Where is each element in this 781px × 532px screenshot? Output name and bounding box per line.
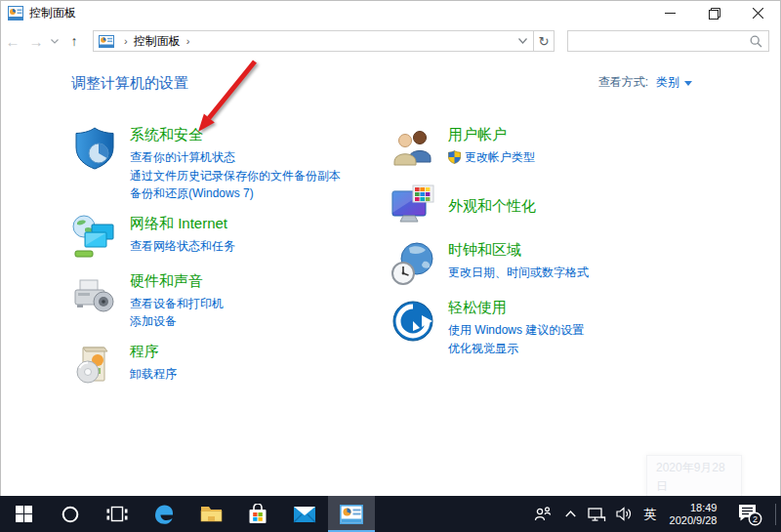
category-clock-region: 时钟和区域 更改日期、时间或数字格式 [390,240,712,287]
clock[interactable]: 18:49 2020/9/28 [663,496,723,532]
two-users-icon[interactable] [390,125,436,172]
control-panel-icon [340,505,363,524]
notification-badge: 2 [753,514,758,524]
link-change-account-type[interactable]: 更改帐户类型 [448,148,535,167]
category-hardware-sound: 硬件和声音 查看设备和打印机 添加设备 [71,271,390,331]
tray-time: 18:49 [670,502,718,514]
link-change-account-type-label: 更改帐户类型 [465,148,535,167]
file-explorer-button[interactable] [187,496,234,532]
back-button[interactable]: ← [1,34,24,49]
printer-speaker-icon[interactable] [71,271,118,318]
system-tray: 英 18:49 2020/9/28 2 [528,496,781,532]
link-file-history-backup[interactable]: 通过文件历史记录保存你的文件备份副本 [130,167,341,185]
category-programs: 程序 卸载程序 [71,342,390,389]
category-title-ease-of-access[interactable]: 轻松使用 [448,299,507,317]
address-bar[interactable]: › 控制面板 › [93,30,534,52]
category-title-programs[interactable]: 程序 [130,343,159,361]
content-header: 调整计算机的设置 查看方式: 类别 [71,74,780,93]
taskbar-control-panel-button[interactable] [328,496,375,532]
show-desktop-button[interactable] [775,504,776,525]
cortana-button[interactable] [47,496,94,532]
close-icon [753,8,763,19]
link-view-network-status[interactable]: 查看网络状态和任务 [130,237,235,256]
date-tooltip: 2020年9月28日 星期一 [646,455,742,497]
link-change-date-time-format[interactable]: 更改日期、时间或数字格式 [448,264,589,282]
navigation-bar: ← → ↑ › 控制面板 › [1,25,780,57]
uac-shield-icon [448,150,461,164]
address-dropdown-button[interactable] [514,31,531,51]
people-button[interactable] [528,496,557,532]
category-columns: 系统和安全 查看你的计算机状态 通过文件历史记录保存你的文件备份副本 备份和还原… [71,125,780,399]
breadcrumb-chevron-icon[interactable]: › [186,35,190,47]
search-box[interactable] [567,30,769,52]
task-view-icon [106,506,128,522]
left-column: 系统和安全 查看你的计算机状态 通过文件历史记录保存你的文件备份副本 备份和还原… [71,125,390,399]
windows-logo-icon [16,506,32,522]
link-add-device[interactable]: 添加设备 [130,312,224,331]
breadcrumb-location[interactable]: 控制面板 [134,33,181,50]
dropdown-triangle-icon [684,81,692,86]
category-title-appearance[interactable]: 外观和个性化 [448,197,536,216]
forward-button[interactable]: → [24,34,48,49]
mail-button[interactable] [281,496,328,532]
control-panel-home: 调整计算机的设置 查看方式: 类别 [1,57,780,399]
chevron-up-icon [565,511,576,517]
globe-clock-icon[interactable] [390,240,436,287]
right-column: 用户帐户 更改帐户类型 [390,125,712,399]
monitor-palette-icon[interactable] [390,183,436,229]
link-optimize-visual-display[interactable]: 优化视觉显示 [448,340,584,358]
link-backup-restore-win7[interactable]: 备份和还原(Windows 7) [130,184,341,203]
view-by-dropdown[interactable]: 类别 [656,74,692,91]
refresh-button[interactable]: ↻ [534,30,555,52]
view-by-label: 查看方式: [598,74,648,91]
view-by-value: 类别 [656,74,679,91]
category-title-hardware-sound[interactable]: 硬件和声音 [130,272,203,291]
control-panel-icon [99,35,114,48]
action-center-icon: 2 [737,503,762,526]
link-view-devices-printers[interactable]: 查看设备和打印机 [130,295,224,313]
control-panel-window: 控制面板 [0,0,781,496]
shield-pie-icon[interactable] [71,125,118,172]
volume-button[interactable] [610,496,637,532]
taskbar: 英 18:49 2020/9/28 2 [0,496,781,532]
minimize-button[interactable] [648,1,692,25]
breadcrumb-chevron-icon[interactable]: › [124,35,128,47]
start-button[interactable] [0,496,47,532]
search-icon[interactable] [750,35,762,48]
store-icon [247,504,268,525]
language-indicator[interactable]: 英 [637,496,663,532]
software-box-cd-icon[interactable] [71,342,118,389]
minimize-icon [665,8,676,19]
maximize-button[interactable] [692,1,736,25]
up-button[interactable]: ↑ [62,34,87,48]
network-button[interactable] [583,496,610,532]
titlebar[interactable]: 控制面板 [1,1,780,25]
chevron-down-icon [51,39,59,44]
store-button[interactable] [234,496,281,532]
link-windows-suggested-settings[interactable]: 使用 Windows 建议的设置 [448,321,584,340]
category-ease-of-access: 轻松使用 使用 Windows 建议的设置 优化视觉显示 [390,298,712,357]
category-system-security: 系统和安全 查看你的计算机状态 通过文件历史记录保存你的文件备份副本 备份和还原… [71,125,390,203]
category-title-clock-region[interactable]: 时钟和区域 [448,241,521,260]
category-user-accounts: 用户帐户 更改帐户类型 [390,125,712,172]
globe-monitors-icon[interactable] [71,214,118,261]
link-review-computer-status[interactable]: 查看你的计算机状态 [130,148,341,167]
category-title-user-accounts[interactable]: 用户帐户 [448,126,507,144]
link-uninstall-program[interactable]: 卸载程序 [130,365,177,384]
window-controls [648,1,780,25]
close-button[interactable] [736,1,780,25]
recent-pages-dropdown[interactable] [48,39,62,44]
ease-of-access-icon[interactable] [390,298,436,345]
desktop-screen: 控制面板 [0,0,781,532]
restore-icon [709,8,720,20]
speaker-icon [616,507,633,521]
action-center-button[interactable]: 2 [733,496,766,532]
category-title-system-security[interactable]: 系统和安全 [130,126,203,144]
show-hidden-icons-button[interactable] [557,496,583,532]
edge-button[interactable] [141,496,187,532]
search-input[interactable] [574,34,750,48]
control-panel-icon [8,6,23,20]
category-title-network-internet[interactable]: 网络和 Internet [130,215,227,233]
task-view-button[interactable] [94,496,141,532]
network-icon [588,507,606,522]
